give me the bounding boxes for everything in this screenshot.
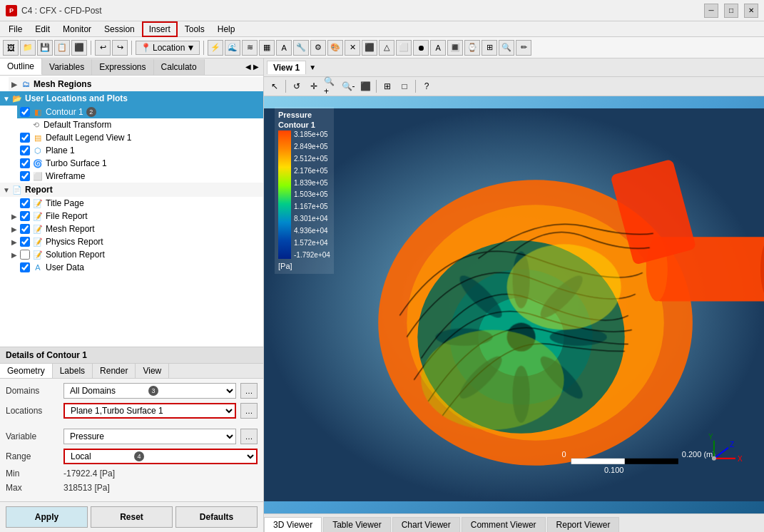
location-button[interactable]: 📍 Location ▼: [136, 41, 200, 55]
toolbar-btn-19[interactable]: A: [430, 40, 446, 56]
default-legend-item[interactable]: ▤ Default Legend View 1: [17, 131, 263, 144]
toolbar-btn-4[interactable]: 📋: [54, 40, 70, 56]
turbo-surface-item[interactable]: 🌀 Turbo Surface 1: [17, 157, 263, 170]
toolbar-btn-6[interactable]: ⚡: [208, 40, 223, 56]
defaults-button[interactable]: Defaults: [175, 506, 258, 528]
variable-select[interactable]: Pressure: [63, 429, 236, 444]
toolbar-btn-17[interactable]: ⬜: [396, 40, 412, 56]
toolbar-btn-9[interactable]: ▦: [259, 40, 275, 56]
mesh-regions-expand[interactable]: ▶: [11, 81, 20, 88]
tab-report-viewer[interactable]: Report Viewer: [547, 517, 620, 532]
vt-help-btn[interactable]: ?: [419, 78, 434, 94]
toolbar-btn-7[interactable]: 🌊: [225, 40, 240, 56]
details-tab-labels[interactable]: Labels: [53, 364, 93, 378]
domains-more-button[interactable]: …: [240, 383, 258, 399]
vt-zoom-box-btn[interactable]: ⬛: [357, 78, 373, 94]
vt-rotate-btn[interactable]: ↺: [289, 78, 305, 94]
vt-pan-btn[interactable]: ✛: [306, 78, 322, 94]
tab-outline[interactable]: Outline: [0, 58, 42, 75]
toolbar-btn-1[interactable]: 🖼: [3, 40, 19, 56]
details-tab-geometry[interactable]: Geometry: [0, 364, 53, 378]
physics-report-expand[interactable]: ▶: [11, 238, 20, 246]
toolbar-redo[interactable]: ↪: [112, 40, 128, 56]
view-title[interactable]: View 1: [267, 61, 306, 74]
toolbar-btn-24[interactable]: ✏: [516, 40, 531, 56]
toolbar-btn-22[interactable]: ⊞: [482, 40, 497, 56]
toolbar-btn-5[interactable]: ⬛: [71, 40, 87, 56]
tab-variables[interactable]: Variables: [42, 59, 92, 75]
plane1-checkbox[interactable]: [20, 145, 30, 155]
maximize-button[interactable]: □: [724, 4, 738, 18]
toolbar-btn-13[interactable]: 🎨: [327, 40, 343, 56]
toolbar-btn-8[interactable]: ≋: [242, 40, 258, 56]
user-data-item[interactable]: A User Data: [17, 261, 263, 274]
menu-monitor[interactable]: Monitor: [57, 23, 97, 36]
file-report-item[interactable]: ▶ 📝 File Report: [9, 210, 263, 222]
window-controls[interactable]: ─ □ ✕: [704, 4, 758, 18]
toolbar-btn-23[interactable]: 🔍: [499, 40, 514, 56]
tab-calculator[interactable]: Calculato: [154, 59, 205, 75]
toolbar-undo[interactable]: ↩: [95, 40, 111, 56]
toolbar-btn-2[interactable]: 📁: [20, 40, 36, 56]
details-tab-render[interactable]: Render: [93, 364, 136, 378]
menu-insert[interactable]: Insert: [142, 21, 178, 37]
file-report-expand[interactable]: ▶: [11, 213, 20, 220]
turbo-surface-checkbox[interactable]: [20, 158, 30, 168]
close-button[interactable]: ✕: [744, 4, 758, 18]
toolbar-btn-21[interactable]: ⌚: [464, 40, 480, 56]
report-expand[interactable]: ▼: [3, 186, 11, 194]
menu-edit[interactable]: Edit: [29, 23, 56, 36]
toolbar-btn-3[interactable]: 💾: [37, 40, 53, 56]
variable-more-button[interactable]: …: [240, 429, 258, 444]
default-transform-item[interactable]: ⟲ Default Transform: [17, 118, 263, 131]
user-data-checkbox[interactable]: [20, 262, 30, 272]
menu-help[interactable]: Help: [212, 23, 241, 36]
locations-select[interactable]: Plane 1,Turbo Surface 1: [63, 403, 236, 419]
toolbar-btn-12[interactable]: ⚙: [310, 40, 326, 56]
wireframe-item[interactable]: ⬜ Wireframe: [17, 170, 263, 183]
report-section[interactable]: ▼ 📄 Report: [0, 183, 263, 197]
default-legend-checkbox[interactable]: [20, 133, 30, 143]
apply-button[interactable]: Apply: [6, 506, 88, 528]
solution-report-checkbox[interactable]: [20, 250, 30, 260]
vt-box-btn[interactable]: □: [397, 78, 412, 94]
mesh-report-checkbox[interactable]: [20, 224, 30, 234]
physics-report-checkbox[interactable]: [20, 237, 30, 247]
contour1-checkbox[interactable]: [20, 107, 30, 117]
range-select[interactable]: Local: [63, 449, 258, 464]
menu-session[interactable]: Session: [98, 23, 141, 36]
solution-report-expand[interactable]: ▶: [11, 251, 20, 259]
reset-button[interactable]: Reset: [91, 506, 173, 528]
toolbar-btn-18[interactable]: ⏺: [413, 40, 429, 56]
toolbar-btn-10[interactable]: A: [276, 40, 292, 56]
title-page-checkbox[interactable]: [20, 198, 30, 208]
toolbar-btn-11[interactable]: 🔧: [293, 40, 309, 56]
minimize-button[interactable]: ─: [704, 4, 718, 18]
file-report-checkbox[interactable]: [20, 211, 30, 221]
vt-select-btn[interactable]: ↖: [267, 78, 282, 94]
locations-more-button[interactable]: …: [240, 403, 258, 419]
title-page-item[interactable]: 📝 Title Page: [17, 197, 263, 210]
mesh-report-expand[interactable]: ▶: [11, 225, 20, 233]
viewport[interactable]: 0 0.200 (m) 0.100 X Y Z Pressure Contour…: [264, 96, 764, 513]
toolbar-btn-14[interactable]: ✕: [345, 40, 360, 56]
vt-grid-btn[interactable]: ⊞: [380, 78, 395, 94]
contour1-item[interactable]: ◧ Contour 1 2: [17, 106, 263, 118]
wireframe-checkbox[interactable]: [20, 171, 30, 181]
vt-zoom-out-btn[interactable]: 🔍-: [340, 78, 356, 94]
user-locations-expand[interactable]: ▼: [3, 95, 11, 103]
menu-file[interactable]: File: [3, 23, 28, 36]
mesh-regions-section[interactable]: ▶ 🗂 Mesh Regions: [9, 77, 263, 91]
tab-expand-arrow[interactable]: ◀ ▶: [241, 61, 263, 72]
toolbar-btn-16[interactable]: △: [379, 40, 394, 56]
toolbar-btn-20[interactable]: 🔳: [447, 40, 463, 56]
view-arrow[interactable]: ▼: [309, 63, 316, 71]
toolbar-btn-15[interactable]: ⬛: [362, 40, 377, 56]
vt-zoom-in-btn[interactable]: 🔍+: [323, 78, 339, 94]
tab-expressions[interactable]: Expressions: [92, 59, 153, 75]
tab-chart-viewer[interactable]: Chart Viewer: [392, 517, 460, 532]
solution-report-item[interactable]: ▶ 📝 Solution Report: [9, 248, 263, 261]
tab-comment-viewer[interactable]: Comment Viewer: [462, 517, 546, 532]
user-locations-section[interactable]: ▼ 📂 User Locations and Plots: [0, 91, 263, 106]
tab-table-viewer[interactable]: Table Viewer: [323, 517, 390, 532]
